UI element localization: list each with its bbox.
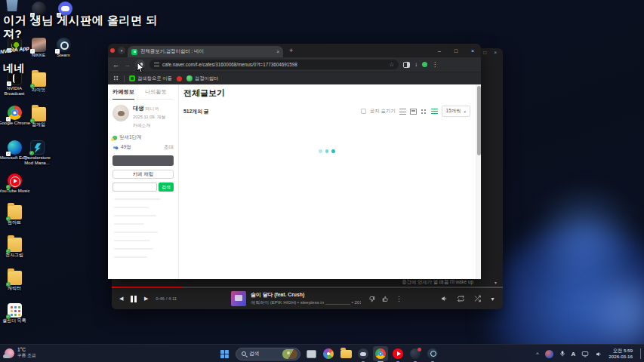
cafe-intro-link[interactable]: 카페소개 xyxy=(133,122,165,129)
show-desktop-button[interactable] xyxy=(640,348,641,359)
url-text[interactable]: cafe.naver.com/f-e/cafes/31600068/menus/… xyxy=(162,62,386,67)
playback-time: 0:46 / 4:11 xyxy=(156,296,177,301)
tab-cafe-info[interactable]: 카페정보 xyxy=(112,88,134,100)
player-collapse-icon[interactable]: ▼ xyxy=(490,296,495,302)
view-compact-icon[interactable] xyxy=(431,109,438,115)
song-more-menu[interactable]: ⋮ xyxy=(396,296,402,302)
invite-link[interactable]: 초대 xyxy=(164,144,174,151)
forward-button[interactable]: → xyxy=(124,61,131,69)
shuffle-icon[interactable] xyxy=(473,295,482,302)
menu-skeleton-line xyxy=(114,223,144,225)
tab-active[interactable]: 전체글보기,검정이쉼터 : 네이 × xyxy=(128,46,283,57)
desktop-icon-drawings-folder[interactable]: ✓천자그림 xyxy=(0,238,31,258)
extension-icon[interactable] xyxy=(422,62,427,67)
new-tab-button[interactable]: + xyxy=(289,47,293,54)
lyrics-caret-icon[interactable]: ▾ xyxy=(495,280,497,285)
view-list-icon[interactable] xyxy=(399,109,406,115)
desktop-icon-youtube-music[interactable]: ✓YouTube Music xyxy=(0,173,31,194)
cafe-created-date: 2025.11.09. 개설 xyxy=(133,114,165,121)
display-network-icon[interactable] xyxy=(581,351,589,357)
ime-indicator[interactable]: A xyxy=(572,351,576,357)
bookmarks-separator xyxy=(124,75,125,82)
bookmark-star-icon[interactable]: ☆ xyxy=(389,61,394,68)
desktop-icon-calendar-list[interactable]: ✓캘린더 목록 xyxy=(0,303,31,324)
taskbar-search[interactable]: 검색 xyxy=(236,348,300,360)
song-artist-album[interactable]: 에픽하이 (EPIK HIGH) • sleepless in ________… xyxy=(251,299,361,306)
taskbar-app-with-badge[interactable] xyxy=(409,348,421,360)
scrollbar-thumb[interactable] xyxy=(477,86,481,155)
page-size-dropdown[interactable]: 15개씩 ▾ xyxy=(442,106,470,117)
taskbar-file-explorer[interactable] xyxy=(340,348,352,360)
view-album-icon[interactable] xyxy=(421,109,427,115)
edge-icon: ↗ xyxy=(8,140,22,155)
red-bookmark-icon xyxy=(177,76,182,81)
weather-widget[interactable]: 1°C 구름 조금 xyxy=(5,347,36,359)
cafe-search-button[interactable]: 검색 xyxy=(159,183,174,192)
microphone-icon[interactable] xyxy=(559,350,565,357)
desktop-icon-fanart-folder[interactable]: ✓팬아트 xyxy=(0,205,31,225)
cafe-chat-button[interactable]: 카페 채팅 xyxy=(112,170,174,179)
next-track-button[interactable]: ▶ xyxy=(144,296,148,302)
site-settings-icon[interactable] xyxy=(154,63,159,67)
tab-my-activity[interactable]: 나의활동 xyxy=(145,88,167,96)
cafe-search-input[interactable] xyxy=(112,183,157,192)
previous-track-button[interactable]: ◀ xyxy=(119,296,123,302)
window-maximize-button[interactable]: □ xyxy=(448,44,464,57)
bookmark-red-dot[interactable] xyxy=(177,76,182,81)
bookmark-search-shortcut[interactable]: 검색창으로 이동 xyxy=(129,75,172,82)
window-close-button[interactable]: × xyxy=(464,44,481,57)
address-bar[interactable]: cafe.naver.com/f-e/cafes/31600068/menus/… xyxy=(149,60,399,69)
taskbar-clock[interactable]: 오전 5:59 2026-03-16 xyxy=(609,348,633,360)
folder-icon: ✓ xyxy=(32,72,46,87)
taskbar-photos[interactable] xyxy=(322,348,334,360)
speaker-icon[interactable] xyxy=(595,351,602,357)
taskbar-chrome-active[interactable] xyxy=(374,348,387,360)
taskbar-steam[interactable] xyxy=(427,348,439,360)
menu-skeleton-line xyxy=(114,207,149,208)
ytm-close-button[interactable]: × xyxy=(494,50,497,59)
hide-notice-checkbox[interactable] xyxy=(361,109,366,114)
thumbs-down-icon[interactable] xyxy=(368,296,375,302)
join-cafe-button[interactable] xyxy=(112,155,174,166)
repeat-icon[interactable] xyxy=(457,295,465,302)
bookmarks-bar: 검색창으로 이동 검정이쉼터 xyxy=(108,72,481,84)
weather-moon-icon xyxy=(5,348,14,358)
ytm-maximize-button[interactable]: □ xyxy=(483,50,486,59)
thumbs-up-icon[interactable] xyxy=(382,296,389,302)
taskbar-task-view[interactable] xyxy=(305,348,317,360)
page-scrollbar[interactable] xyxy=(476,84,481,279)
apps-grid-icon[interactable] xyxy=(113,75,119,81)
weather-desc: 구름 조금 xyxy=(17,352,36,359)
browser-menu-button[interactable]: ⋮ xyxy=(432,61,438,68)
taskbar-youtube-music[interactable] xyxy=(392,348,404,360)
desktop-icon-steam[interactable]: ↗Steam xyxy=(47,38,80,58)
volume-icon[interactable] xyxy=(440,295,448,302)
tray-app-icon[interactable] xyxy=(545,350,553,358)
view-card-icon[interactable] xyxy=(410,109,417,115)
pause-button[interactable] xyxy=(131,296,137,302)
desktop-icon-game-folder[interactable]: ✓참게임 xyxy=(22,107,55,127)
cafe-avatar[interactable] xyxy=(112,105,129,121)
desktop-icon-character-folder[interactable]: ✓캐릭터 xyxy=(0,271,31,291)
window-minimize-button[interactable]: – xyxy=(431,44,448,57)
weather-temp: 1°C xyxy=(17,347,36,352)
bookmark-cafe[interactable]: 검정이쉼터 xyxy=(186,75,218,82)
cafe-favicon-icon xyxy=(131,49,137,55)
bookmark-icon xyxy=(129,75,135,81)
song-title[interactable]: 술이 달다 (feat. Crush) xyxy=(251,291,361,299)
album-art[interactable] xyxy=(231,291,246,306)
start-button[interactable] xyxy=(218,348,230,360)
player-progress-bar[interactable] xyxy=(112,287,503,288)
tab-search-icon[interactable]: ▾ xyxy=(118,47,125,54)
tab-title: 전체글보기,검정이쉼터 : 네이 xyxy=(140,48,274,55)
tray-expand-button[interactable]: ^ xyxy=(536,351,538,357)
download-button[interactable]: ↓ xyxy=(414,61,418,68)
taskbar-discord[interactable] xyxy=(357,348,369,360)
back-button[interactable]: ← xyxy=(112,61,119,69)
side-panel-button[interactable] xyxy=(403,62,410,68)
desktop-icon-thunderstore[interactable]: ✓Thunderstore Mod Mana... xyxy=(20,140,54,166)
desktop-icon-riot-folder[interactable]: ✓라이엇 xyxy=(22,72,55,93)
post-count: 512개의 글 xyxy=(183,108,209,115)
tab-close-icon[interactable]: × xyxy=(276,49,279,54)
search-icon xyxy=(242,351,246,356)
